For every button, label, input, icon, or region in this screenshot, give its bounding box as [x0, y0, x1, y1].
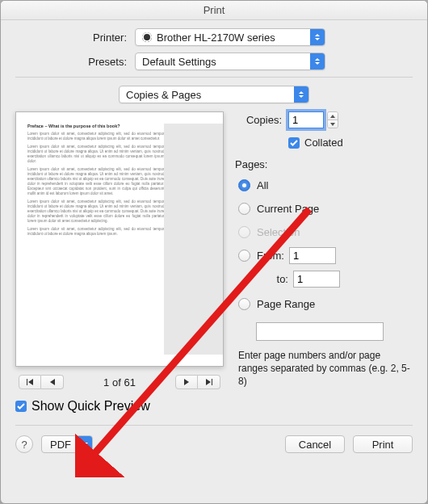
show-quick-preview-label: Show Quick Preview [31, 399, 150, 414]
chevrons-icon [310, 29, 325, 45]
show-quick-preview-checkbox[interactable] [15, 401, 27, 412]
pages-range-radio[interactable] [238, 298, 250, 310]
stepper-down-icon [328, 120, 338, 128]
pdf-menu-button[interactable]: PDF [41, 435, 93, 453]
page-indicator: 1 of 61 [103, 376, 136, 388]
chevron-down-icon [78, 436, 92, 452]
presets-value: Default Settings [142, 56, 216, 68]
pages-from-radio[interactable] [238, 250, 250, 262]
pages-to-input[interactable] [293, 271, 340, 288]
cancel-button[interactable]: Cancel [285, 435, 345, 453]
pages-current-radio[interactable] [238, 203, 250, 215]
printer-select[interactable]: Brother HL-2170W series [135, 28, 325, 46]
window-title: Print [1, 1, 427, 20]
collated-checkbox[interactable] [288, 137, 300, 149]
pages-selection-radio [238, 226, 250, 238]
preview-margin [164, 124, 223, 355]
copies-label: Copies: [235, 114, 288, 126]
pages-selection-label: Selection [257, 226, 300, 238]
presets-label: Presets: [15, 56, 135, 68]
chevrons-icon [294, 86, 308, 103]
pdf-label: PDF [50, 439, 71, 451]
pages-current-label: Current Page [257, 203, 319, 215]
presets-select[interactable]: Default Settings [135, 52, 325, 70]
last-page-button[interactable] [198, 375, 220, 389]
chevrons-icon [310, 53, 325, 69]
pages-range-input[interactable] [256, 322, 384, 341]
pages-heading: Pages: [235, 158, 413, 170]
printer-value: Brother HL-2170W series [157, 32, 275, 44]
print-button[interactable]: Print [353, 435, 413, 453]
printer-label: Printer: [15, 32, 135, 44]
stepper-up-icon [328, 112, 338, 120]
divider [15, 77, 413, 78]
pages-all-label: All [257, 179, 268, 191]
pages-to-label: to: [256, 273, 293, 285]
copies-input[interactable] [288, 111, 324, 128]
pages-all-radio[interactable] [238, 179, 250, 191]
next-page-button[interactable] [175, 375, 198, 389]
prev-page-button[interactable] [41, 375, 64, 389]
collated-label: Collated [304, 136, 343, 149]
pages-range-label: Page Range [257, 298, 315, 310]
printer-status-icon [142, 32, 152, 42]
preview-page-content: Preface – What is the purpose of this bo… [27, 124, 164, 355]
help-button[interactable]: ? [15, 435, 33, 453]
pages-from-label: From: [257, 250, 284, 262]
first-page-button[interactable] [19, 375, 41, 389]
section-select[interactable]: Copies & Pages [119, 86, 309, 103]
print-preview: Preface – What is the purpose of this bo… [15, 111, 224, 367]
divider [15, 425, 413, 426]
copies-stepper[interactable] [327, 111, 338, 128]
pages-from-input[interactable] [289, 247, 336, 264]
section-value: Copies & Pages [126, 89, 201, 101]
pages-range-hint: Enter page numbers and/or page ranges se… [238, 349, 413, 388]
print-dialog: Print Printer: Brother HL-2170W series P… [0, 0, 428, 504]
